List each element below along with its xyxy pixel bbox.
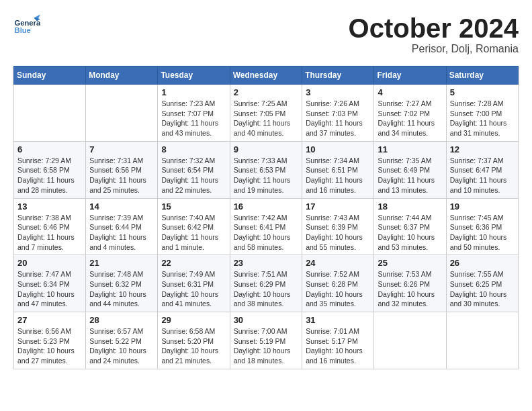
calendar-day-cell: 19Sunrise: 7:45 AMSunset: 6:36 PMDayligh…: [446, 198, 518, 255]
weekday-header: Saturday: [446, 66, 518, 85]
calendar-day-cell: 2Sunrise: 7:25 AMSunset: 7:05 PMDaylight…: [230, 85, 302, 142]
day-info: Sunrise: 7:47 AMSunset: 6:34 PMDaylight:…: [17, 269, 82, 309]
calendar-header-row: SundayMondayTuesdayWednesdayThursdayFrid…: [14, 66, 519, 85]
day-number: 8: [161, 144, 226, 154]
day-number: 9: [234, 144, 299, 154]
day-info: Sunrise: 7:45 AMSunset: 6:36 PMDaylight:…: [450, 213, 515, 253]
calendar-day-cell: [446, 312, 518, 369]
day-number: 4: [378, 87, 442, 97]
day-info: Sunrise: 7:44 AMSunset: 6:37 PMDaylight:…: [378, 213, 442, 253]
calendar-day-cell: 8Sunrise: 7:32 AMSunset: 6:54 PMDaylight…: [158, 141, 230, 198]
day-number: 18: [378, 201, 442, 212]
calendar-day-cell: 30Sunrise: 7:00 AMSunset: 5:19 PMDayligh…: [230, 312, 302, 369]
day-number: 26: [450, 258, 515, 268]
day-info: Sunrise: 7:00 AMSunset: 5:19 PMDaylight:…: [234, 326, 299, 366]
calendar-day-cell: 1Sunrise: 7:23 AMSunset: 7:07 PMDaylight…: [158, 85, 230, 142]
day-info: Sunrise: 7:23 AMSunset: 7:07 PMDaylight:…: [161, 99, 226, 138]
calendar-day-cell: 29Sunrise: 6:58 AMSunset: 5:20 PMDayligh…: [158, 312, 230, 369]
day-number: 30: [234, 315, 299, 325]
day-number: 22: [161, 258, 226, 268]
day-number: 28: [89, 315, 154, 325]
day-number: 27: [17, 315, 82, 325]
title-block: October 2024 Perisor, Dolj, Romania: [349, 13, 519, 55]
day-info: Sunrise: 7:32 AMSunset: 6:54 PMDaylight:…: [161, 156, 226, 195]
calendar-day-cell: 9Sunrise: 7:33 AMSunset: 6:53 PMDaylight…: [230, 141, 302, 198]
calendar-day-cell: 17Sunrise: 7:43 AMSunset: 6:39 PMDayligh…: [302, 198, 374, 255]
day-number: 20: [17, 258, 82, 268]
day-number: 11: [378, 144, 442, 154]
calendar-day-cell: 25Sunrise: 7:53 AMSunset: 6:26 PMDayligh…: [374, 255, 446, 312]
weekday-header: Friday: [374, 66, 446, 85]
day-number: 25: [378, 258, 442, 268]
day-number: 14: [89, 201, 154, 212]
day-info: Sunrise: 7:27 AMSunset: 7:02 PMDaylight:…: [378, 99, 442, 138]
day-number: 7: [89, 144, 154, 154]
calendar-day-cell: 16Sunrise: 7:42 AMSunset: 6:41 PMDayligh…: [230, 198, 302, 255]
svg-text:Blue: Blue: [15, 26, 31, 34]
calendar-day-cell: 11Sunrise: 7:35 AMSunset: 6:49 PMDayligh…: [374, 141, 446, 198]
calendar-day-cell: 15Sunrise: 7:40 AMSunset: 6:42 PMDayligh…: [158, 198, 230, 255]
calendar-day-cell: 23Sunrise: 7:51 AMSunset: 6:29 PMDayligh…: [230, 255, 302, 312]
calendar-week-row: 20Sunrise: 7:47 AMSunset: 6:34 PMDayligh…: [14, 255, 519, 312]
calendar-day-cell: 31Sunrise: 7:01 AMSunset: 5:17 PMDayligh…: [302, 312, 374, 369]
calendar-day-cell: [374, 312, 446, 369]
day-info: Sunrise: 7:29 AMSunset: 6:58 PMDaylight:…: [17, 156, 82, 195]
day-number: 16: [234, 201, 299, 212]
logo-icon: General Blue: [13, 13, 40, 40]
month-title: October 2024: [349, 13, 519, 43]
day-info: Sunrise: 7:01 AMSunset: 5:17 PMDaylight:…: [306, 326, 370, 366]
day-number: 2: [234, 87, 299, 97]
day-number: 10: [306, 144, 370, 154]
day-number: 6: [17, 144, 82, 154]
calendar-day-cell: 6Sunrise: 7:29 AMSunset: 6:58 PMDaylight…: [14, 141, 86, 198]
day-info: Sunrise: 7:25 AMSunset: 7:05 PMDaylight:…: [234, 99, 299, 138]
day-info: Sunrise: 7:40 AMSunset: 6:42 PMDaylight:…: [161, 213, 226, 253]
day-info: Sunrise: 7:28 AMSunset: 7:00 PMDaylight:…: [450, 99, 515, 138]
logo: General Blue: [13, 13, 44, 40]
day-info: Sunrise: 7:53 AMSunset: 6:26 PMDaylight:…: [378, 269, 442, 309]
weekday-header: Thursday: [302, 66, 374, 85]
calendar-week-row: 13Sunrise: 7:38 AMSunset: 6:46 PMDayligh…: [14, 198, 519, 255]
calendar-week-row: 6Sunrise: 7:29 AMSunset: 6:58 PMDaylight…: [14, 141, 519, 198]
day-number: 21: [89, 258, 154, 268]
calendar-day-cell: [86, 85, 158, 142]
day-info: Sunrise: 7:37 AMSunset: 6:47 PMDaylight:…: [450, 156, 515, 195]
day-info: Sunrise: 7:34 AMSunset: 6:51 PMDaylight:…: [306, 156, 370, 195]
day-info: Sunrise: 7:55 AMSunset: 6:25 PMDaylight:…: [450, 269, 515, 309]
day-number: 15: [161, 201, 226, 212]
day-number: 19: [450, 201, 515, 212]
weekday-header: Sunday: [14, 66, 86, 85]
day-info: Sunrise: 7:49 AMSunset: 6:31 PMDaylight:…: [161, 269, 226, 309]
calendar-day-cell: 13Sunrise: 7:38 AMSunset: 6:46 PMDayligh…: [14, 198, 86, 255]
calendar-day-cell: 3Sunrise: 7:26 AMSunset: 7:03 PMDaylight…: [302, 85, 374, 142]
weekday-header: Tuesday: [158, 66, 230, 85]
calendar-day-cell: 12Sunrise: 7:37 AMSunset: 6:47 PMDayligh…: [446, 141, 518, 198]
calendar-day-cell: 20Sunrise: 7:47 AMSunset: 6:34 PMDayligh…: [14, 255, 86, 312]
day-number: 3: [306, 87, 370, 97]
day-info: Sunrise: 6:58 AMSunset: 5:20 PMDaylight:…: [161, 326, 226, 366]
day-number: 31: [306, 315, 370, 325]
day-number: 12: [450, 144, 515, 154]
calendar-day-cell: 21Sunrise: 7:48 AMSunset: 6:32 PMDayligh…: [86, 255, 158, 312]
calendar-day-cell: 14Sunrise: 7:39 AMSunset: 6:44 PMDayligh…: [86, 198, 158, 255]
day-info: Sunrise: 7:48 AMSunset: 6:32 PMDaylight:…: [89, 269, 154, 309]
day-info: Sunrise: 7:26 AMSunset: 7:03 PMDaylight:…: [306, 99, 370, 138]
day-number: 13: [17, 201, 82, 212]
calendar-day-cell: [14, 85, 86, 142]
day-info: Sunrise: 7:42 AMSunset: 6:41 PMDaylight:…: [234, 213, 299, 253]
calendar-day-cell: 5Sunrise: 7:28 AMSunset: 7:00 PMDaylight…: [446, 85, 518, 142]
day-info: Sunrise: 7:52 AMSunset: 6:28 PMDaylight:…: [306, 269, 370, 309]
day-info: Sunrise: 7:35 AMSunset: 6:49 PMDaylight:…: [378, 156, 442, 195]
day-info: Sunrise: 6:56 AMSunset: 5:23 PMDaylight:…: [17, 326, 82, 366]
calendar-day-cell: 27Sunrise: 6:56 AMSunset: 5:23 PMDayligh…: [14, 312, 86, 369]
calendar-day-cell: 10Sunrise: 7:34 AMSunset: 6:51 PMDayligh…: [302, 141, 374, 198]
day-number: 24: [306, 258, 370, 268]
day-info: Sunrise: 7:38 AMSunset: 6:46 PMDaylight:…: [17, 213, 82, 253]
day-info: Sunrise: 7:39 AMSunset: 6:44 PMDaylight:…: [89, 213, 154, 253]
day-number: 1: [161, 87, 226, 97]
day-number: 5: [450, 87, 515, 97]
calendar-day-cell: 7Sunrise: 7:31 AMSunset: 6:56 PMDaylight…: [86, 141, 158, 198]
calendar-week-row: 27Sunrise: 6:56 AMSunset: 5:23 PMDayligh…: [14, 312, 519, 369]
calendar-day-cell: 4Sunrise: 7:27 AMSunset: 7:02 PMDaylight…: [374, 85, 446, 142]
calendar-day-cell: 22Sunrise: 7:49 AMSunset: 6:31 PMDayligh…: [158, 255, 230, 312]
